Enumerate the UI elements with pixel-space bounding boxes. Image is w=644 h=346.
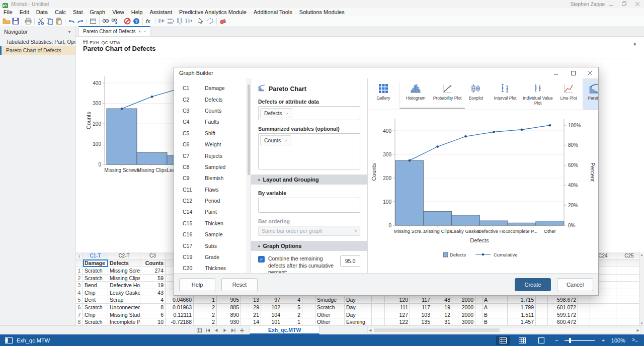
cumulative-percent-input[interactable]: 95.0 — [340, 255, 360, 267]
gallery-item-pareto[interactable]: Pareto — [583, 78, 598, 110]
grid-view-icon[interactable] — [515, 336, 529, 345]
window-icon[interactable] — [89, 17, 98, 25]
copy-icon[interactable] — [45, 17, 54, 25]
column-name-c2-t[interactable]: Defects — [108, 260, 140, 267]
cancel-button[interactable]: Cancel — [557, 278, 593, 291]
worksheet-cell[interactable]: 930 — [217, 318, 241, 326]
zoom-level[interactable]: 100% — [611, 337, 625, 343]
column-item-c12[interactable]: C12Period — [174, 195, 251, 206]
worksheet-cell[interactable]: 2 — [194, 304, 217, 311]
worksheet-cell[interactable]: B — [482, 318, 508, 326]
worksheet-cell[interactable]: -0.01963 — [166, 304, 194, 311]
row-number[interactable]: 4 — [76, 289, 83, 297]
remove-chip-icon[interactable]: × — [286, 111, 289, 116]
previous-worksheet-icon[interactable] — [212, 327, 220, 333]
worksheet-view-icon[interactable] — [496, 336, 510, 345]
worksheet-cell[interactable] — [616, 282, 639, 289]
counts-chip[interactable]: Counts × — [260, 135, 291, 145]
restore-icon[interactable] — [618, 1, 631, 8]
scroll-up-icon[interactable]: ▲ — [640, 253, 643, 256]
worksheet-cell[interactable]: 43 — [140, 289, 166, 297]
reset-button[interactable]: Reset — [221, 278, 258, 291]
stop-icon[interactable] — [123, 17, 132, 25]
worksheet-cell[interactable] — [302, 311, 315, 319]
find-next-icon[interactable] — [110, 17, 119, 25]
column-item-c15[interactable]: C15Thicken — [174, 218, 251, 229]
worksheet-cell[interactable]: 29 — [241, 304, 261, 311]
dialog-minimize-icon[interactable] — [548, 67, 564, 78]
insert-cells-icon[interactable] — [157, 17, 166, 25]
navigator-dropdown-icon[interactable]: ▾ — [68, 30, 70, 34]
worksheet-cell[interactable] — [578, 304, 590, 311]
worksheet-cell[interactable]: Scratch — [315, 304, 345, 311]
worksheet-cell[interactable]: Scratch — [83, 318, 108, 326]
worksheet-cell[interactable]: B — [482, 311, 508, 319]
worksheet-cell[interactable]: 601.072 — [548, 304, 578, 311]
gallery-item-line-plot[interactable]: Line Plot — [554, 78, 583, 110]
worksheet-cell[interactable]: 890 — [217, 311, 241, 319]
worksheet-cell[interactable] — [372, 318, 385, 326]
defects-field[interactable]: Defects × — [258, 106, 360, 120]
summarized-field[interactable]: Counts × — [258, 133, 360, 169]
minimize-icon[interactable] — [605, 1, 618, 8]
worksheet-cell[interactable]: Evening — [345, 318, 372, 326]
save-icon[interactable] — [11, 17, 20, 25]
gallery-item-histogram[interactable]: Histogram — [399, 78, 432, 110]
worksheet-cell[interactable]: 5 — [282, 304, 302, 311]
output-collapse-icon[interactable]: ▾ — [633, 42, 636, 47]
worksheet-cell[interactable]: 8 — [140, 304, 166, 311]
worksheet-cell[interactable]: Day — [345, 304, 372, 311]
row-number[interactable]: 1 — [76, 267, 83, 275]
column-item-c7[interactable]: C7Rejects — [174, 150, 251, 161]
worksheet-cell[interactable]: Scratch — [83, 267, 108, 275]
next-worksheet-icon[interactable] — [221, 327, 228, 333]
worksheet-cell[interactable]: 2000 — [452, 311, 475, 319]
open-icon[interactable] — [2, 17, 11, 25]
scrollbar-thumb[interactable] — [374, 328, 500, 332]
tab-dropdown-icon[interactable]: ▾ — [139, 29, 141, 34]
worksheet-cell[interactable]: 111 — [385, 304, 410, 311]
worksheet-cell[interactable] — [590, 311, 616, 319]
worksheet-cell[interactable]: Defective Housi — [108, 282, 140, 289]
help-button[interactable]: Help — [179, 278, 215, 291]
zoom-slider[interactable] — [565, 340, 595, 341]
menu-stat[interactable]: Stat — [69, 9, 87, 15]
zoom-in-icon[interactable]: + — [601, 337, 604, 343]
worksheet-cell[interactable] — [578, 296, 590, 304]
gallery-item-gallery[interactable]: Gallery — [368, 78, 399, 110]
select-item-icon[interactable] — [197, 17, 206, 25]
help-icon[interactable]: ? — [132, 17, 141, 25]
column-item-c1[interactable]: C1Damage — [174, 82, 251, 94]
column-item-c4[interactable]: C4Faults — [174, 116, 251, 127]
menu-additional-tools[interactable]: Additional Tools — [250, 9, 296, 15]
layout-grouping-section[interactable]: ▴ Layout and Grouping — [251, 175, 367, 185]
remove-chip-icon[interactable]: × — [285, 138, 287, 143]
worksheet-cell[interactable]: 599.172 — [548, 311, 578, 319]
redo-icon[interactable] — [76, 17, 85, 25]
worksheet-cell[interactable]: 101 — [261, 318, 282, 326]
column-list-scrollbar[interactable] — [247, 78, 251, 273]
row-number[interactable]: 7 — [76, 311, 83, 319]
worksheet-cell[interactable]: Scratch — [83, 275, 108, 282]
worksheet-cell[interactable] — [475, 304, 482, 311]
column-item-c9[interactable]: C9Blemish — [174, 172, 251, 184]
worksheet-cell[interactable]: 14 — [241, 318, 261, 326]
worksheet-cell[interactable]: Missing Clips — [108, 275, 140, 282]
worksheet-cell[interactable] — [616, 275, 639, 282]
worksheet-vertical-scrollbar[interactable]: ▲ ▼ — [639, 252, 644, 326]
sheet-grid-icon[interactable] — [195, 327, 203, 333]
worksheet-cell[interactable] — [578, 311, 590, 319]
worksheet-cell[interactable]: Missing Screws — [108, 267, 140, 275]
print-icon[interactable] — [24, 17, 33, 25]
worksheet-tab[interactable]: Exh_qc.MTW — [250, 326, 319, 334]
worksheet-cell[interactable]: A — [482, 304, 508, 311]
column-name-c3[interactable]: Counts — [140, 260, 166, 267]
worksheet-cell[interactable]: 885 — [217, 304, 241, 311]
worksheet-cell[interactable]: 4 — [140, 296, 166, 304]
worksheet-cell[interactable] — [372, 304, 385, 311]
gallery-item-interval-plot[interactable]: Interval Plot — [489, 78, 521, 110]
move-columns-icon[interactable] — [184, 17, 193, 25]
worksheet-cell[interactable]: 19 — [140, 282, 166, 289]
worksheet-cell[interactable] — [536, 296, 548, 304]
worksheet-cell[interactable] — [578, 318, 590, 326]
